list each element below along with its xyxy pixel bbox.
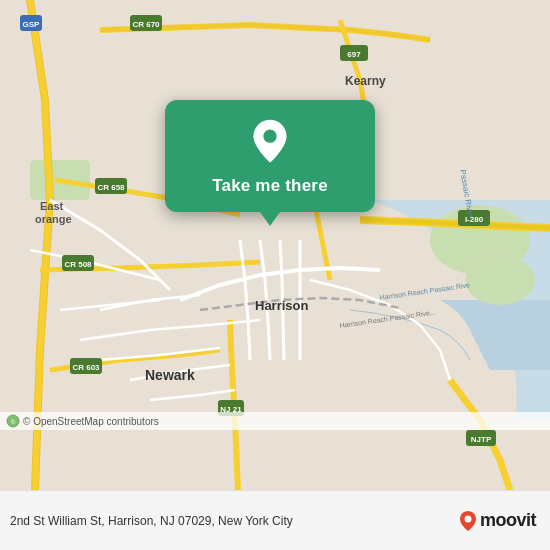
map-container[interactable]: GSP CR 670 697 CR 658 CR 507 I-280 CR 50… bbox=[0, 0, 550, 490]
svg-text:CR 658: CR 658 bbox=[97, 183, 125, 192]
svg-point-32 bbox=[263, 130, 276, 143]
svg-text:Kearny: Kearny bbox=[345, 74, 386, 88]
svg-text:CR 508: CR 508 bbox=[64, 260, 92, 269]
svg-text:GSP: GSP bbox=[23, 20, 41, 29]
svg-text:NJTP: NJTP bbox=[471, 435, 492, 444]
location-pin-icon bbox=[246, 118, 294, 166]
popup-card[interactable]: Take me there bbox=[165, 100, 375, 212]
bottom-bar: 2nd St William St, Harrison, NJ 07029, N… bbox=[0, 490, 550, 550]
moovit-logo: moovit bbox=[458, 510, 536, 532]
address-label: 2nd St William St, Harrison, NJ 07029, N… bbox=[10, 514, 450, 528]
svg-text:©: © bbox=[11, 419, 16, 425]
svg-text:697: 697 bbox=[347, 50, 361, 59]
svg-text:East: East bbox=[40, 200, 64, 212]
svg-text:CR 670: CR 670 bbox=[132, 20, 160, 29]
moovit-wordmark: moovit bbox=[480, 510, 536, 531]
svg-text:orange: orange bbox=[35, 213, 72, 225]
svg-text:Harrison: Harrison bbox=[255, 298, 309, 313]
svg-text:Newark: Newark bbox=[145, 367, 195, 383]
popup-take-me-there-label: Take me there bbox=[212, 176, 328, 196]
attribution-text: © OpenStreetMap contributors bbox=[23, 416, 159, 427]
moovit-pin-icon bbox=[458, 510, 478, 532]
svg-point-35 bbox=[464, 515, 471, 522]
svg-point-2 bbox=[465, 255, 535, 305]
osm-logo-icon: © bbox=[6, 414, 20, 428]
attribution-bar: © © OpenStreetMap contributors bbox=[0, 412, 550, 430]
svg-text:CR 603: CR 603 bbox=[72, 363, 100, 372]
